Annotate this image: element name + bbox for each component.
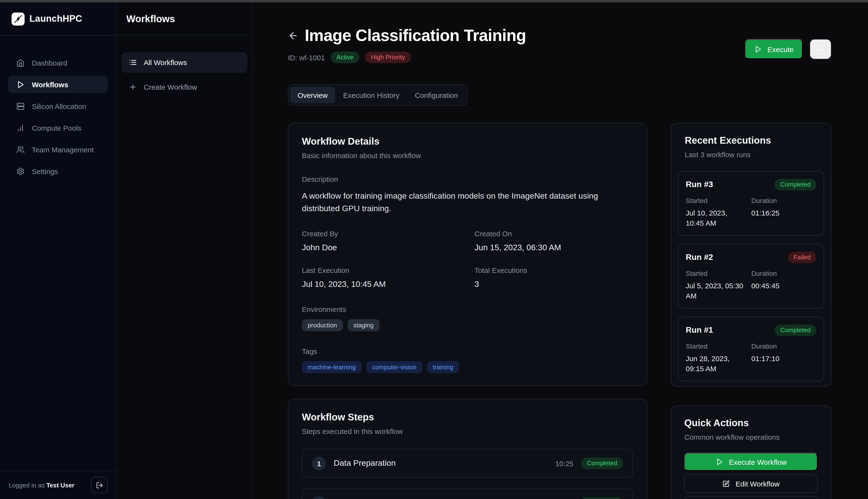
sidebar-item-label: Compute Pools (32, 124, 81, 132)
description-text: A workflow for training image classifica… (302, 190, 633, 215)
workflow-details-card: Workflow Details Basic information about… (288, 123, 647, 386)
panel-item-label: Create Workflow (144, 83, 197, 91)
workflows-panel: Workflows All Workflows Create Workflow (117, 2, 253, 499)
quick-actions-card: Quick Actions Common workflow operations… (671, 405, 831, 499)
sidebar-item-label: Silicon Allocation (32, 102, 86, 110)
run-name: Run #1 (686, 326, 713, 335)
tab-configuration[interactable]: Configuration (407, 87, 465, 103)
main-content: Image Classification Training ID: wf-100… (253, 2, 868, 499)
more-options-button[interactable]: ••• (810, 39, 831, 59)
panel-item-all-workflows[interactable]: All Workflows (122, 52, 247, 73)
play-icon (755, 45, 762, 53)
log-out-icon (96, 482, 103, 489)
run-started: Jul 10, 2023, 10:45 AM (686, 208, 746, 228)
step-number: 1 (312, 457, 326, 470)
quick-actions-subtitle: Common workflow operations (684, 433, 818, 441)
current-user-name: Test User (46, 482, 74, 489)
bar-chart-icon (16, 124, 25, 132)
run-item-2[interactable]: Run #2 Failed StartedJul 5, 2023, 05:30 … (678, 244, 824, 308)
recent-title: Recent Executions (685, 135, 817, 146)
workflows-panel-list: All Workflows Create Workflow (117, 52, 252, 97)
run-duration: 00:45:45 (751, 281, 816, 291)
sidebar-item-silicon-allocation[interactable]: Silicon Allocation (8, 97, 108, 115)
workflow-id: ID: wf-1001 (288, 53, 325, 61)
sidebar-item-team-management[interactable]: Team Management (8, 141, 108, 158)
edit-icon (723, 480, 730, 487)
step-row-model-training: 2 Model Training 45:30 Completed (302, 488, 633, 499)
app-window: LaunchHPC Dashboard Workflows Silicon Al… (0, 0, 868, 499)
step-status-badge: Completed (581, 458, 623, 469)
panel-item-create-workflow[interactable]: Create Workflow (122, 77, 247, 97)
edit-workflow-button[interactable]: Edit Workflow (684, 474, 818, 493)
launchhpc-logo-icon (12, 12, 25, 25)
execute-workflow-button[interactable]: Execute Workflow (684, 453, 818, 471)
execute-button[interactable]: Execute (745, 39, 803, 59)
sidebar-item-label: Settings (32, 167, 58, 175)
play-icon (16, 80, 25, 88)
run-started: Jun 28, 2023, 09:15 AM (686, 353, 746, 374)
tag-chip: training (427, 361, 459, 373)
sidebar-item-label: Dashboard (32, 59, 67, 67)
environment-chip: production (302, 319, 343, 331)
step-name: Model Training (334, 498, 388, 499)
step-time: 10:25 (555, 459, 573, 467)
panel-item-label: All Workflows (144, 58, 187, 66)
sidebar-item-compute-pools[interactable]: Compute Pools (8, 119, 108, 136)
sidebar-footer: Logged in as Test User (0, 471, 116, 499)
tags-label: Tags (302, 347, 633, 355)
run-started: Jul 5, 2023, 05:30 AM (686, 281, 746, 301)
page-title: Image Classification Training (305, 26, 526, 45)
sidebar-nav: Dashboard Workflows Silicon Allocation C… (0, 54, 116, 180)
details-subtitle: Basic information about this workflow (302, 151, 633, 160)
run-item-3[interactable]: Run #3 Completed StartedJul 10, 2023, 10… (678, 171, 824, 236)
users-icon (16, 145, 25, 154)
sidebar-item-settings[interactable]: Settings (8, 162, 108, 180)
sidebar-item-label: Workflows (32, 80, 68, 88)
run-duration: 01:16:25 (751, 208, 816, 218)
environments-label: Environments (302, 305, 633, 313)
tab-overview[interactable]: Overview (290, 87, 335, 103)
panel-title: Workflows (126, 13, 175, 24)
steps-title: Workflow Steps (302, 412, 633, 423)
step-name: Data Preparation (334, 459, 396, 468)
sidebar-item-dashboard[interactable]: Dashboard (8, 54, 108, 71)
play-icon (716, 458, 723, 466)
quick-action-partial-button[interactable] (684, 496, 818, 499)
tag-chip: machine-learning (302, 361, 362, 373)
description-label: Description (302, 175, 633, 183)
steps-subtitle: Steps executed in this workflow (302, 427, 633, 435)
run-item-1[interactable]: Run #1 Completed StartedJun 28, 2023, 09… (678, 317, 824, 381)
run-status-badge: Completed (774, 179, 816, 191)
step-status-badge: Completed (581, 497, 623, 499)
workflow-steps-card: Workflow Steps Steps executed in this wo… (288, 399, 647, 499)
recent-subtitle: Last 3 workflow runs (685, 150, 817, 159)
workflows-panel-header: Workflows (117, 2, 252, 36)
plus-icon (129, 83, 137, 91)
status-badge: Active (331, 52, 359, 63)
priority-badge: High Priority (365, 52, 411, 63)
step-number: 2 (312, 496, 326, 499)
tab-execution-history[interactable]: Execution History (336, 87, 406, 103)
logout-button[interactable] (91, 477, 108, 493)
run-duration: 01:17:10 (751, 353, 816, 364)
ellipsis-icon: ••• (816, 46, 824, 53)
tab-bar: Overview Execution History Configuration (288, 84, 467, 106)
run-name: Run #3 (686, 180, 713, 190)
field-total-executions: Total Executions 3 (475, 266, 633, 289)
back-button[interactable] (288, 30, 298, 41)
arrow-left-icon (288, 30, 298, 41)
primary-sidebar: LaunchHPC Dashboard Workflows Silicon Al… (0, 2, 117, 499)
sidebar-item-label: Team Management (32, 145, 94, 154)
logged-in-as-text: Logged in as Test User (9, 482, 74, 489)
step-row-data-preparation: 1 Data Preparation 10:25 Completed (302, 449, 633, 478)
field-last-execution: Last Execution Jul 10, 2023, 10:45 AM (302, 266, 475, 289)
sidebar-item-workflows[interactable]: Workflows (8, 76, 108, 93)
field-created-on: Created On Jun 15, 2023, 06:30 AM (475, 230, 633, 253)
recent-executions-card: Recent Executions Last 3 workflow runs R… (671, 123, 831, 387)
logo-block: LaunchHPC (0, 2, 116, 36)
window-top-strip (0, 0, 868, 2)
run-status-badge: Completed (774, 325, 816, 336)
field-created-by: Created By John Doe (302, 230, 475, 253)
page-header: Image Classification Training ID: wf-100… (288, 26, 831, 63)
list-icon (129, 58, 137, 66)
